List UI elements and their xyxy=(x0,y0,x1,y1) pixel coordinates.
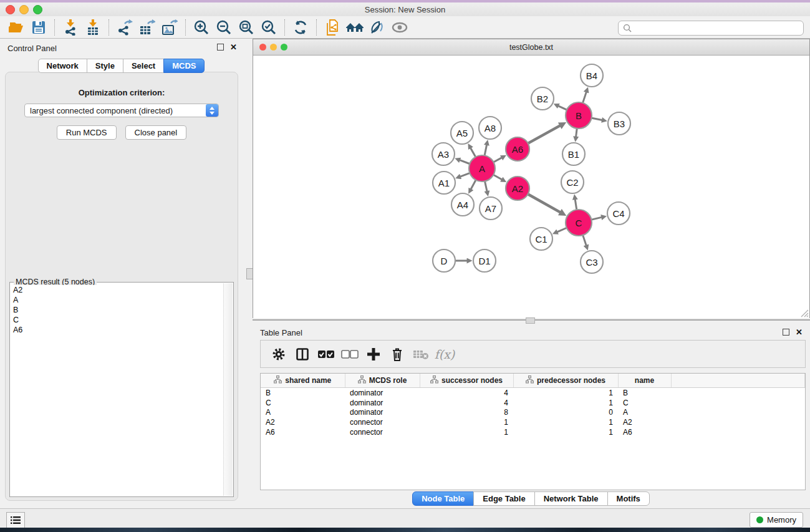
show-columns-icon[interactable] xyxy=(291,344,314,365)
graph-edge-A-A6[interactable] xyxy=(494,158,502,162)
table-cell[interactable]: connector xyxy=(345,417,420,427)
export-network-icon[interactable] xyxy=(113,18,136,37)
table-cell[interactable]: connector xyxy=(345,427,420,437)
tab-style[interactable]: Style xyxy=(87,59,123,73)
graph-edge-A-A7[interactable] xyxy=(485,181,487,191)
open-session-icon[interactable] xyxy=(5,18,27,37)
float-panel-icon[interactable] xyxy=(217,44,224,51)
birds-eye-view-icon[interactable] xyxy=(388,18,411,37)
zoom-out-icon[interactable] xyxy=(213,18,235,37)
graph-edge-C-C1[interactable] xyxy=(557,228,567,232)
window-resize-grip[interactable] xyxy=(801,309,809,317)
graph-edge-B-B2[interactable] xyxy=(558,106,566,110)
tab-select[interactable]: Select xyxy=(123,59,164,73)
table-cell[interactable]: A6 xyxy=(261,427,345,437)
close-table-panel-icon[interactable]: ✕ xyxy=(796,329,803,336)
zoom-fit-icon[interactable] xyxy=(235,18,258,37)
delete-column-trash-icon[interactable] xyxy=(385,344,409,365)
task-history-button[interactable] xyxy=(6,512,25,528)
graph-edge-B-B4[interactable] xyxy=(583,92,587,103)
table-cell[interactable]: dominator xyxy=(345,407,420,417)
graph-edge-A-A3[interactable] xyxy=(460,160,470,164)
network-close-button[interactable] xyxy=(259,44,266,51)
table-cell[interactable]: dominator xyxy=(345,398,420,408)
export-image-icon[interactable] xyxy=(158,18,181,37)
graph-edge-A6-B[interactable] xyxy=(528,125,560,143)
graph-edge-A-A4[interactable] xyxy=(471,180,476,189)
graph-edge-C-C3[interactable] xyxy=(583,235,586,245)
zoom-selected-icon[interactable] xyxy=(258,18,280,37)
close-panel-button[interactable]: Close panel xyxy=(125,125,187,140)
table-cell[interactable]: 1 xyxy=(420,417,513,427)
tab-network-table[interactable]: Network Table xyxy=(534,491,608,506)
graph-edge-C-C4[interactable] xyxy=(592,217,602,220)
horizontal-splitter-grip[interactable] xyxy=(526,317,535,324)
graph-edge-A-A2[interactable] xyxy=(494,175,502,180)
table-cell[interactable]: 1 xyxy=(420,427,513,437)
graph-edge-B-B3[interactable] xyxy=(592,118,602,120)
table-cell[interactable]: A xyxy=(618,407,671,417)
tab-mcds[interactable]: MCDS xyxy=(163,59,205,73)
table-cell[interactable]: A2 xyxy=(618,417,671,427)
mcds-result-item[interactable]: A6 xyxy=(11,325,224,335)
column-header[interactable]: successor nodes xyxy=(420,374,513,388)
toggle-graphics-details-icon[interactable] xyxy=(366,18,388,37)
zoom-window-button[interactable] xyxy=(33,5,42,14)
tab-network[interactable]: Network xyxy=(38,59,87,73)
table-cell[interactable]: 8 xyxy=(420,407,513,417)
clone-network-icon[interactable] xyxy=(321,18,344,37)
mcds-result-item[interactable]: A xyxy=(11,295,224,305)
unselect-all-columns-icon[interactable] xyxy=(338,344,362,365)
table-cell[interactable]: B xyxy=(618,388,671,398)
close-panel-icon[interactable]: ✕ xyxy=(230,44,237,51)
table-cell[interactable]: 4 xyxy=(420,398,513,408)
graph-edge-A-A1[interactable] xyxy=(460,173,470,177)
table-cell[interactable]: C xyxy=(618,398,671,408)
export-table-icon[interactable] xyxy=(136,18,158,37)
table-cell[interactable]: A6 xyxy=(618,427,671,437)
select-all-columns-icon[interactable] xyxy=(314,344,338,365)
table-cell[interactable]: 1 xyxy=(513,398,618,408)
float-table-panel-icon[interactable] xyxy=(783,329,789,336)
home-view-icon[interactable] xyxy=(344,18,366,37)
criterion-select[interactable]: largest connected component (directed) xyxy=(24,104,219,117)
graph-edge-C-C2[interactable] xyxy=(575,200,576,210)
table-cell[interactable]: A xyxy=(261,407,345,417)
result-scrollbar[interactable] xyxy=(223,283,233,496)
network-minimize-button[interactable] xyxy=(270,44,277,51)
refresh-icon[interactable] xyxy=(289,18,312,37)
table-cell[interactable]: B xyxy=(261,388,345,398)
mcds-result-item[interactable]: A2 xyxy=(11,285,224,295)
tab-motifs[interactable]: Motifs xyxy=(607,491,650,506)
column-header[interactable]: shared name xyxy=(261,374,345,388)
column-header[interactable]: MCDS role xyxy=(345,374,420,388)
table-cell[interactable]: 4 xyxy=(420,388,513,398)
graph-edge-A-A5[interactable] xyxy=(471,148,476,157)
zoom-in-icon[interactable] xyxy=(190,18,213,37)
mcds-result-item[interactable]: B xyxy=(11,305,224,315)
table-cell[interactable]: C xyxy=(261,398,345,408)
table-cell[interactable]: dominator xyxy=(345,388,420,398)
save-session-icon[interactable] xyxy=(27,18,50,37)
network-zoom-button[interactable] xyxy=(281,44,287,51)
run-mcds-button[interactable]: Run MCDS xyxy=(57,125,117,140)
tab-node-table[interactable]: Node Table xyxy=(412,491,474,506)
mcds-result-item[interactable]: C xyxy=(11,315,224,325)
graph-edge-A2-C[interactable] xyxy=(528,195,560,213)
search-field[interactable] xyxy=(618,21,804,36)
close-window-button[interactable] xyxy=(6,5,15,14)
tab-edge-table[interactable]: Edge Table xyxy=(473,491,534,506)
memory-button[interactable]: Memory xyxy=(750,512,803,528)
table-cell[interactable]: 1 xyxy=(513,417,618,427)
graph-edge-A-A8[interactable] xyxy=(485,145,486,155)
minimize-window-button[interactable] xyxy=(19,5,29,14)
table-cell[interactable]: A2 xyxy=(261,417,345,427)
table-cell[interactable]: 1 xyxy=(513,427,618,437)
table-cell[interactable]: 0 xyxy=(513,407,618,417)
create-column-plus-icon[interactable] xyxy=(362,344,385,365)
graph-edge-B-B1[interactable] xyxy=(576,128,577,137)
import-network-icon[interactable] xyxy=(59,18,82,37)
import-table-icon[interactable] xyxy=(82,18,104,37)
column-header[interactable]: name xyxy=(618,374,671,388)
network-canvas[interactable]: B4B2BB3A5A8A6A3B1AA1C2A2A4A7C4CC1C3DD1 xyxy=(253,56,809,318)
